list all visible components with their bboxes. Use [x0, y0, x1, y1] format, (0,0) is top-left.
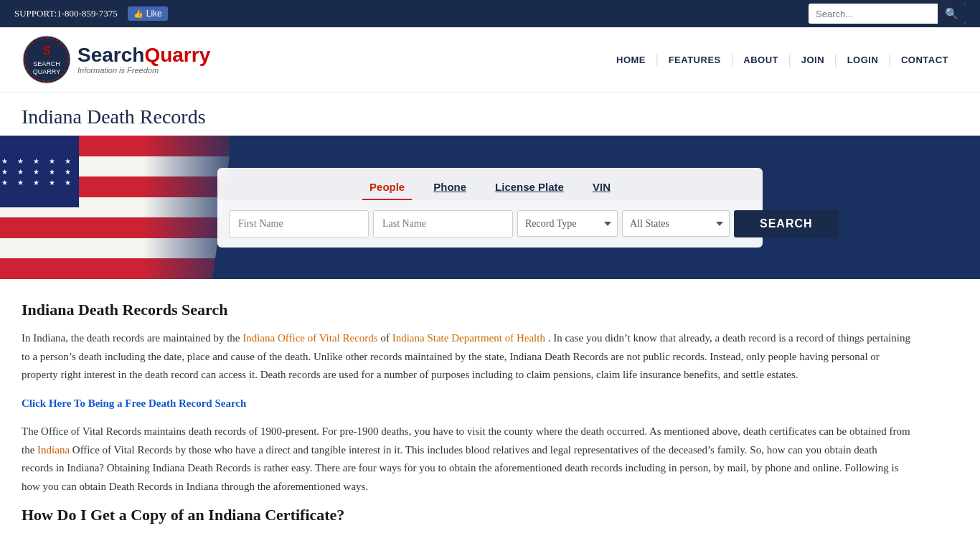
tab-people[interactable]: People [362, 175, 412, 200]
content-area: Indiana Death Records Search In Indiana,… [0, 279, 933, 551]
nav-about[interactable]: ABOUT [733, 55, 788, 65]
search-button[interactable]: SEARCH [734, 210, 839, 237]
logo-search-word: Search [77, 44, 144, 66]
tab-phone[interactable]: Phone [426, 175, 473, 200]
state-select[interactable]: All States Alabama Alaska Indiana [622, 210, 730, 237]
logo-quarry-word: Quarry [144, 44, 210, 66]
top-bar-left: SUPPORT:1-800-859-7375 Like [14, 6, 168, 21]
first-name-input[interactable] [229, 210, 369, 237]
section1-paragraph2: The Office of Vital Records maintains de… [22, 423, 911, 496]
para1-mid: of [380, 332, 392, 344]
logo-text: SearchQuarry Information is Freedom [77, 44, 210, 75]
last-name-input[interactable] [373, 210, 513, 237]
svg-point-0 [23, 36, 70, 83]
svg-text:S: S [43, 44, 51, 57]
para2-post: Office of Vital Records by those who hav… [22, 444, 899, 492]
cta-paragraph: Click Here To Being a Free Death Record … [22, 395, 911, 413]
section1-heading: Indiana Death Records Search [22, 301, 911, 319]
link-indiana-health-dept[interactable]: Indiana State Department of Health [392, 332, 545, 344]
support-text: SUPPORT:1-800-859-7375 [14, 8, 118, 19]
nav-features[interactable]: FEATURES [659, 55, 731, 65]
facebook-like-button[interactable]: Like [128, 6, 168, 21]
link-indiana-office[interactable]: Indiana Office of Vital Records [242, 332, 377, 344]
nav-contact[interactable]: CONTACT [891, 55, 958, 65]
svg-text:QUARRY: QUARRY [33, 68, 60, 75]
top-bar-right: 🔍 [809, 4, 966, 24]
nav-login[interactable]: LOGIN [837, 55, 889, 65]
tab-vin[interactable]: VIN [585, 175, 618, 200]
tab-license-plate[interactable]: License Plate [488, 175, 571, 200]
top-search-input[interactable] [809, 5, 938, 23]
page-title-area: Indiana Death Records [0, 93, 980, 136]
top-search-box: 🔍 [809, 4, 966, 24]
cta-link[interactable]: Click Here To Being a Free Death Record … [22, 397, 246, 409]
top-bar: SUPPORT:1-800-859-7375 Like 🔍 [0, 0, 980, 27]
nav-join[interactable]: JOIN [791, 55, 834, 65]
search-container: People Phone License Plate VIN Record Ty… [217, 168, 763, 248]
section1-paragraph1: In Indiana, the death records are mainta… [22, 329, 911, 385]
section2-heading: How Do I Get a Copy of an Indiana Certif… [22, 506, 911, 524]
nav-home[interactable]: HOME [606, 55, 656, 65]
svg-text:SEARCH: SEARCH [33, 60, 60, 67]
search-tabs: People Phone License Plate VIN [217, 168, 763, 200]
header: S SEARCH QUARRY SearchQuarry Information… [0, 27, 980, 93]
search-form-bar: Record Type Background Check Criminal Re… [217, 200, 763, 248]
logo-icon: S SEARCH QUARRY [22, 34, 72, 85]
link-indiana-inline[interactable]: Indiana [37, 444, 70, 456]
main-nav: HOME | FEATURES | ABOUT | JOIN | LOGIN |… [606, 52, 958, 67]
top-search-button[interactable]: 🔍 [938, 4, 966, 24]
flag-background: ★ ★ ★ ★ ★ ★ ★ ★ ★ ★ ★ ★ ★ ★ ★ [0, 136, 230, 279]
record-type-select[interactable]: Record Type Background Check Criminal Re… [517, 210, 618, 237]
page-title: Indiana Death Records [22, 105, 958, 128]
hero-banner: ★ ★ ★ ★ ★ ★ ★ ★ ★ ★ ★ ★ ★ ★ ★ People Pho… [0, 136, 980, 279]
flag-overlay [0, 136, 230, 279]
logo-brand: SearchQuarry [77, 44, 210, 67]
para1-pre: In Indiana, the death records are mainta… [22, 332, 242, 344]
logo-area: S SEARCH QUARRY SearchQuarry Information… [22, 34, 210, 85]
logo-tagline: Information is Freedom [77, 66, 210, 75]
